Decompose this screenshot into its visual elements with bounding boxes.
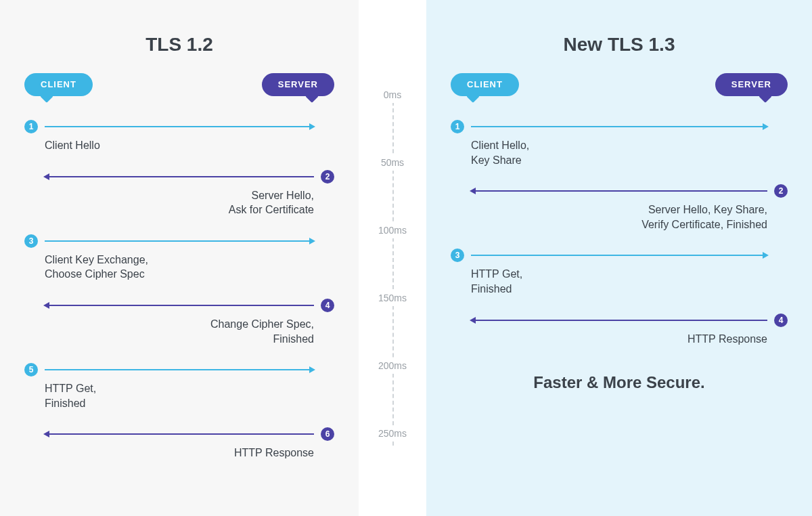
handshake-step: 3HTTP Get,Finished: [451, 248, 788, 296]
arrow-row: 5: [24, 362, 334, 377]
arrow-row: 2: [24, 169, 334, 184]
step-caption-line: Client Hello,: [471, 138, 788, 153]
axis-line: [392, 88, 394, 446]
step-caption-line: Change Cipher Spec,: [24, 317, 314, 332]
title-tls12: TLS 1.2: [0, 34, 359, 56]
arrow-row: 3: [451, 248, 788, 263]
server-pill: SERVER: [715, 73, 788, 96]
step-caption-line: HTTP Response: [451, 332, 767, 347]
title-tls13: New TLS 1.3: [426, 34, 812, 56]
step-number: 3: [29, 236, 34, 246]
client-pill: CLIENT: [24, 73, 93, 96]
step-caption: HTTP Get,Finished: [24, 381, 334, 410]
step-caption-line: Finished: [45, 396, 334, 411]
step-number-badge: 2: [321, 170, 334, 184]
handshake-step: 4HTTP Response: [451, 313, 788, 347]
handshake-step: 1Client Hello: [24, 119, 334, 153]
step-number-badge: 3: [451, 249, 464, 262]
step-caption: HTTP Response: [451, 332, 788, 347]
step-caption-line: HTTP Get,: [45, 381, 334, 396]
axis-tick: 150ms: [378, 290, 407, 306]
step-caption-line: Key Share: [471, 153, 788, 168]
handshake-step: 3Client Key Exchange,Choose Cipher Spec: [24, 234, 334, 282]
step-number: 2: [779, 186, 784, 196]
step-number-badge: 2: [774, 184, 788, 198]
diagram-root: TLS 1.2 CLIENT SERVER 1Client Hello2Serv…: [0, 0, 812, 516]
step-number: 3: [455, 251, 460, 260]
step-caption: Client Hello: [24, 138, 334, 153]
client-pill-label: CLIENT: [41, 79, 76, 89]
arrow-left-icon: [45, 305, 314, 306]
step-caption-line: Server Hello, Key Share,: [451, 202, 767, 217]
arrow-right-icon: [471, 126, 767, 127]
endpoints-tls13: CLIENT SERVER: [451, 73, 788, 103]
handshake-step: 2Server Hello, Key Share,Verify Certific…: [451, 184, 788, 232]
arrow-left-icon: [471, 190, 767, 192]
sequence-tls13: CLIENT SERVER 1Client Hello,Key Share2Se…: [451, 73, 788, 346]
arrow-row: 4: [451, 313, 788, 328]
arrow-row: 1: [451, 119, 788, 134]
step-number: 6: [325, 429, 330, 439]
client-pill-label: CLIENT: [467, 79, 503, 89]
server-pill-label: SERVER: [731, 79, 771, 89]
step-caption-line: Server Hello,: [24, 188, 314, 203]
step-number-badge: 5: [24, 363, 38, 377]
arrow-row: 1: [24, 119, 334, 134]
arrow-row: 4: [24, 298, 334, 313]
step-caption-line: Client Key Exchange,: [45, 253, 334, 267]
step-caption-line: Finished: [471, 282, 788, 297]
step-number-badge: 1: [451, 120, 464, 133]
panel-tls12: TLS 1.2 CLIENT SERVER 1Client Hello2Serv…: [0, 0, 359, 516]
axis-tick: 200ms: [378, 358, 407, 374]
tagline-tls13: Faster & More Secure.: [426, 373, 812, 392]
step-number: 1: [455, 122, 460, 131]
step-number-badge: 4: [321, 299, 334, 312]
step-caption: Server Hello,Ask for Certificate: [24, 188, 334, 217]
arrow-right-icon: [45, 369, 314, 370]
step-caption-line: Finished: [24, 332, 314, 347]
step-caption: Client Hello,Key Share: [451, 138, 788, 167]
arrow-right-icon: [45, 126, 314, 127]
step-caption-line: Verify Certificate, Finished: [451, 217, 767, 232]
step-caption: HTTP Response: [24, 446, 334, 460]
arrow-row: 3: [24, 234, 334, 249]
step-caption-line: HTTP Get,: [471, 267, 788, 282]
pill-tail-icon: [305, 89, 319, 103]
pill-tail-icon: [466, 89, 480, 103]
arrow-left-icon: [45, 176, 314, 177]
handshake-step: 6HTTP Response: [24, 427, 334, 460]
arrow-right-icon: [45, 240, 314, 242]
arrow-left-icon: [471, 320, 767, 321]
handshake-step: 2Server Hello,Ask for Certificate: [24, 169, 334, 217]
step-caption-line: Choose Cipher Spec: [45, 267, 334, 282]
step-number: 2: [325, 172, 330, 181]
axis-tick: 100ms: [378, 222, 407, 238]
pill-tail-icon: [759, 89, 772, 103]
step-caption-line: Client Hello: [45, 138, 334, 153]
server-pill-label: SERVER: [278, 79, 318, 89]
step-caption: Change Cipher Spec,Finished: [24, 317, 334, 346]
handshake-step: 5HTTP Get,Finished: [24, 362, 334, 410]
step-number: 4: [779, 316, 784, 325]
step-number-badge: 6: [321, 427, 334, 441]
arrow-row: 6: [24, 427, 334, 442]
arrow-left-icon: [45, 433, 314, 435]
step-caption: Client Key Exchange,Choose Cipher Spec: [24, 253, 334, 282]
client-pill: CLIENT: [451, 73, 519, 96]
step-caption: HTTP Get,Finished: [451, 267, 788, 296]
handshake-step: 1Client Hello,Key Share: [451, 119, 788, 167]
pill-tail-icon: [40, 89, 53, 103]
time-axis: 0ms50ms100ms150ms200ms250ms: [359, 88, 426, 508]
step-number: 1: [29, 122, 34, 131]
axis-tick: 250ms: [378, 425, 407, 442]
step-caption: Server Hello, Key Share,Verify Certifica…: [451, 202, 788, 232]
step-number: 4: [325, 301, 330, 310]
panel-axis: 0ms50ms100ms150ms200ms250ms: [359, 0, 426, 516]
axis-tick: 0ms: [384, 87, 401, 103]
step-caption-line: Ask for Certificate: [24, 202, 314, 217]
step-number-badge: 3: [24, 234, 38, 248]
step-number-badge: 4: [774, 314, 788, 327]
panel-tls13: New TLS 1.3 CLIENT SERVER 1Client Hello,…: [426, 0, 812, 516]
handshake-step: 4Change Cipher Spec,Finished: [24, 298, 334, 346]
endpoints-tls12: CLIENT SERVER: [24, 73, 334, 103]
